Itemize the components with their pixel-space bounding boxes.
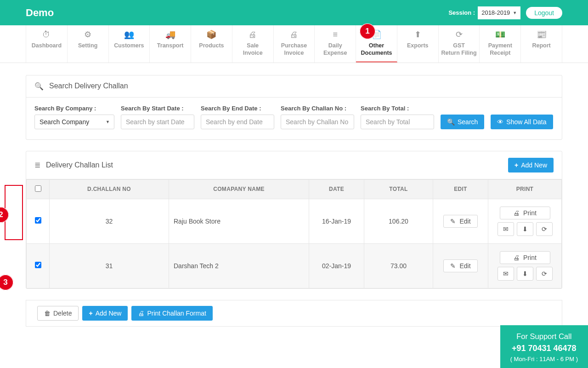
company-select[interactable]: Search Company	[34, 115, 114, 129]
search-btn-icon	[447, 118, 455, 126]
col-challan: D.Challan No	[50, 179, 169, 199]
support-hours: ( Mon-Fri : 11AM - 6 PM )	[510, 355, 578, 364]
row-checkbox[interactable]	[35, 262, 41, 268]
nav-icon: ≡	[317, 30, 354, 40]
nav-dashboard[interactable]: ⏱Dashboard	[26, 25, 68, 63]
delete-button[interactable]: Delete	[37, 306, 79, 321]
sync-button[interactable]	[536, 222, 553, 236]
support-line1: For Support Call	[510, 331, 578, 342]
nav-icon: 🖨	[234, 30, 271, 40]
end-date-label: Search By End Date :	[201, 105, 274, 112]
brand-title: Demo	[26, 7, 54, 19]
eye-icon: 👁	[497, 118, 503, 126]
total-label: Search By Total :	[361, 105, 434, 112]
logout-button[interactable]: Logout	[526, 7, 562, 19]
nav-exports[interactable]: ⬆Exports	[397, 25, 439, 63]
nav-label: Customers	[114, 42, 144, 49]
refresh-icon	[542, 270, 547, 277]
table-row: 31Darshan Tech 202-Jan-1973.00 Edit Prin…	[27, 243, 562, 288]
session-select[interactable]: 2018-2019	[478, 6, 520, 19]
list-panel: Delivery Challan List Add New D.Challan …	[26, 151, 562, 289]
trash-icon	[44, 310, 51, 317]
cell-challan: 31	[50, 243, 169, 288]
show-all-button[interactable]: 👁 Show All Data	[491, 115, 553, 129]
start-date-input[interactable]	[121, 115, 194, 129]
nav-report[interactable]: 📰Report	[521, 25, 562, 63]
nav-transport[interactable]: 🚚Transport	[150, 25, 191, 63]
nav-icon: ⬆	[399, 30, 436, 40]
nav-products[interactable]: 📦Products	[191, 25, 232, 63]
edit-icon	[450, 218, 456, 225]
nav-label: Products	[199, 42, 224, 49]
nav-icon: ⚙	[69, 30, 107, 40]
row-checkbox[interactable]	[35, 217, 41, 224]
edit-icon	[450, 262, 456, 270]
nav-label: Report	[532, 42, 550, 49]
nav-icon: 💵	[481, 30, 519, 40]
add-new-button-bottom[interactable]: Add New	[82, 306, 128, 321]
nav-sale-invoice[interactable]: 🖨SaleInvoice	[232, 25, 274, 63]
download-button[interactable]	[517, 222, 533, 236]
nav-label: GSTReturn Filing	[441, 42, 477, 56]
nav-icon: 📦	[193, 30, 230, 40]
challan-label: Search By Challan No :	[281, 105, 354, 112]
mail-icon	[503, 270, 509, 277]
nav-icon: 📰	[523, 30, 560, 40]
cell-company: Raju Book Store	[169, 199, 309, 243]
list-panel-title: Delivery Challan List	[46, 161, 503, 169]
support-box: For Support Call +91 70431 46478 ( Mon-F…	[500, 325, 588, 368]
cell-company: Darshan Tech 2	[169, 243, 309, 288]
nav-payment-receipt[interactable]: 💵PaymentReceipt	[480, 25, 521, 63]
nav-customers[interactable]: 👥Customers	[109, 25, 150, 63]
sync-button[interactable]	[536, 267, 553, 281]
start-date-label: Search By Start Date :	[121, 105, 194, 112]
cell-challan: 32	[50, 199, 169, 243]
print-button[interactable]: Print	[500, 207, 550, 219]
cell-date: 02-Jan-19	[309, 243, 364, 288]
nav-label: PaymentReceipt	[488, 42, 512, 56]
end-date-input[interactable]	[201, 115, 274, 129]
total-input[interactable]	[361, 115, 434, 129]
download-icon	[522, 225, 528, 233]
print-icon	[138, 310, 144, 317]
nav-gst-return-filing[interactable]: ⟳GSTReturn Filing	[439, 25, 480, 63]
mail-button[interactable]	[498, 267, 514, 281]
callout-2: 2	[0, 207, 9, 223]
nav-icon: 👥	[111, 30, 148, 40]
print-icon	[513, 254, 520, 261]
table-row: 32Raju Book Store16-Jan-19106.20 Edit Pr…	[27, 199, 562, 243]
nav-icon: 🖨	[276, 30, 313, 40]
search-icon	[34, 82, 44, 91]
main-nav: ⏱Dashboard⚙Setting👥Customers🚚Transport📦P…	[0, 25, 588, 63]
nav-label: Setting	[78, 42, 97, 49]
callout-1: 1	[360, 23, 375, 39]
challan-input[interactable]	[281, 115, 354, 129]
edit-button[interactable]: Edit	[443, 215, 477, 228]
mail-button[interactable]	[498, 222, 514, 236]
nav-icon: ⟳	[441, 30, 478, 40]
search-button[interactable]: Search	[441, 115, 484, 129]
topbar: Demo Session : 2018-2019 Logout	[0, 0, 588, 25]
company-label: Search By Company :	[34, 105, 114, 112]
select-all-checkbox[interactable]	[35, 185, 41, 192]
nav-setting[interactable]: ⚙Setting	[68, 25, 109, 63]
col-print: Print	[488, 179, 562, 199]
print-button[interactable]: Print	[500, 251, 550, 264]
edit-button[interactable]: Edit	[443, 259, 477, 272]
col-company: Comapany Name	[169, 179, 309, 199]
cell-total: 73.00	[364, 243, 433, 288]
nav-label: SaleInvoice	[243, 42, 263, 56]
list-icon	[34, 161, 40, 169]
cell-total: 106.20	[364, 199, 433, 243]
callout-3: 3	[0, 275, 13, 290]
nav-purchase-invoice[interactable]: 🖨PurchaseInvoice	[274, 25, 315, 63]
nav-daily-expense[interactable]: ≡DailyExpense	[315, 25, 356, 63]
cell-date: 16-Jan-19	[309, 199, 364, 243]
mail-icon	[503, 225, 509, 233]
nav-label: Dashboard	[32, 42, 62, 49]
challan-table: D.Challan No Comapany Name Date Total Ed…	[26, 179, 562, 288]
download-button[interactable]	[517, 267, 533, 281]
search-panel-title: Search Delivery Challan	[49, 82, 128, 90]
print-format-button[interactable]: Print Challan Format	[131, 306, 212, 321]
add-new-button-top[interactable]: Add New	[508, 158, 554, 172]
